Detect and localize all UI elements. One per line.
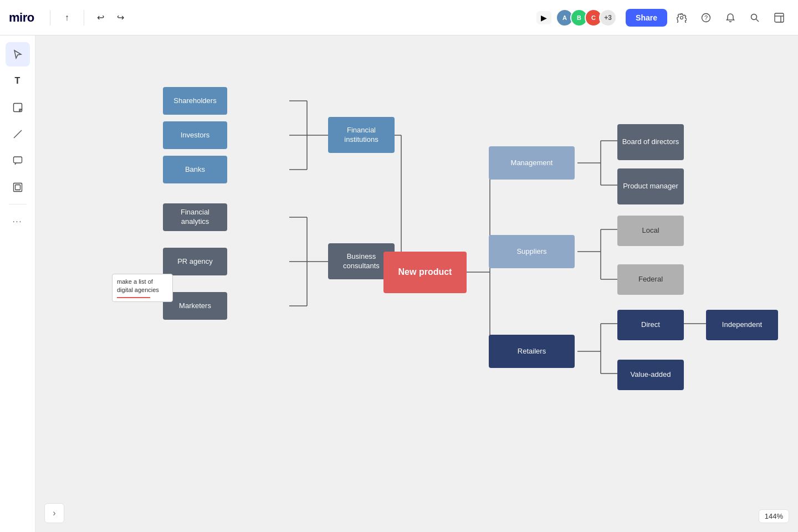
product-manager-node[interactable]: Product manager xyxy=(617,168,684,204)
federal-node[interactable]: Federal xyxy=(617,264,684,295)
financial-institutions-node[interactable]: Financial institutions xyxy=(328,117,395,153)
divider2 xyxy=(84,10,84,25)
help-button[interactable]: ? xyxy=(696,8,716,28)
settings-icon xyxy=(677,13,687,23)
select-tool[interactable] xyxy=(6,42,30,66)
cursor-icon: ▶ xyxy=(541,13,547,22)
note-underline xyxy=(117,297,150,298)
management-node[interactable]: Management xyxy=(489,146,575,180)
line-tool[interactable] xyxy=(6,122,30,146)
share-button[interactable]: Share xyxy=(626,9,667,27)
financial-analytics-node[interactable]: Financial analytics xyxy=(163,203,227,231)
undo-icon: ↩ xyxy=(97,12,104,23)
panel-button[interactable] xyxy=(769,8,789,28)
bell-button[interactable] xyxy=(720,8,740,28)
sidebar: T ··· xyxy=(0,35,35,532)
upload-icon: ↑ xyxy=(65,13,69,23)
new-product-node[interactable]: New product xyxy=(383,252,467,293)
svg-point-0 xyxy=(681,16,683,19)
pr-agency-node[interactable]: PR agency xyxy=(163,248,227,275)
svg-rect-10 xyxy=(13,157,22,163)
sticky-tool[interactable] xyxy=(6,95,30,120)
frame-tool[interactable] xyxy=(6,175,30,200)
board-of-directors-node[interactable]: Board of directors xyxy=(617,124,684,160)
bell-icon xyxy=(725,13,735,23)
expand-panel-button[interactable]: › xyxy=(44,503,64,523)
sticky-icon xyxy=(13,103,23,112)
divider xyxy=(50,10,50,25)
direct-node[interactable]: Direct xyxy=(617,310,684,340)
help-icon: ? xyxy=(701,13,711,23)
banks-node[interactable]: Banks xyxy=(163,156,227,183)
panel-icon xyxy=(774,13,784,23)
retailers-node[interactable]: Retailers xyxy=(489,335,575,368)
more-icon: ··· xyxy=(13,217,23,226)
avatar-group: A B C +3 xyxy=(556,9,617,27)
expand-icon: › xyxy=(53,508,55,518)
svg-text:?: ? xyxy=(704,14,708,21)
local-node[interactable]: Local xyxy=(617,216,684,246)
diagram: Shareholders Investors Banks Financial i… xyxy=(102,80,767,468)
comment-tool[interactable] xyxy=(6,149,30,173)
svg-rect-5 xyxy=(775,13,784,22)
text-icon: T xyxy=(15,76,21,86)
line-icon xyxy=(13,129,23,139)
svg-line-9 xyxy=(14,130,22,138)
undo-button[interactable]: ↩ xyxy=(91,8,111,28)
note-box: make a list of digital agencies xyxy=(112,274,173,302)
svg-rect-12 xyxy=(15,185,20,190)
suppliers-node[interactable]: Suppliers xyxy=(489,235,575,268)
frame-icon xyxy=(13,182,23,192)
zoom-indicator: 144% xyxy=(759,509,789,523)
svg-rect-11 xyxy=(13,183,22,192)
svg-point-3 xyxy=(751,14,757,19)
settings-icon-button[interactable] xyxy=(672,8,692,28)
canvas: Shareholders Investors Banks Financial i… xyxy=(35,35,798,532)
search-button[interactable] xyxy=(745,8,765,28)
select-icon xyxy=(13,49,23,59)
zoom-level: 144% xyxy=(765,512,783,520)
topbar: miro ↑ ↩ ↪ ▶ A B C +3 Share xyxy=(0,0,798,35)
text-tool[interactable]: T xyxy=(6,69,30,93)
value-added-node[interactable]: Value-added xyxy=(617,360,684,390)
search-icon xyxy=(750,13,760,23)
topbar-right: ▶ A B C +3 Share xyxy=(536,8,789,28)
sidebar-separator xyxy=(9,204,27,204)
upload-button[interactable]: ↑ xyxy=(57,8,77,28)
more-tool[interactable]: ··· xyxy=(6,209,30,233)
svg-line-4 xyxy=(756,19,759,22)
redo-icon: ↪ xyxy=(117,12,124,23)
independent-node[interactable]: Independent xyxy=(706,310,778,340)
shareholders-node[interactable]: Shareholders xyxy=(163,87,227,115)
redo-button[interactable]: ↪ xyxy=(111,8,131,28)
avatar-count: +3 xyxy=(599,9,617,27)
investors-node[interactable]: Investors xyxy=(163,121,227,149)
comment-icon xyxy=(13,156,23,166)
app-logo: miro xyxy=(9,11,34,25)
